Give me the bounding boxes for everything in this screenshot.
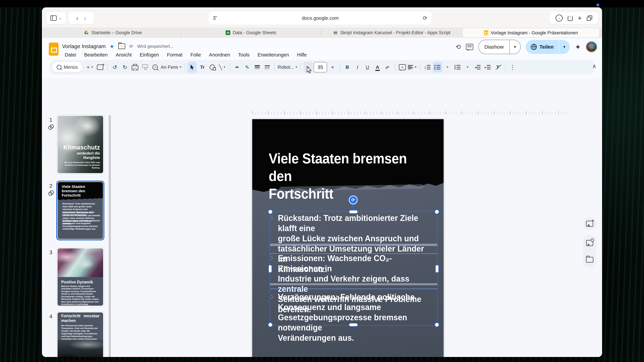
slideshow-button[interactable]: Diashow ▼ (478, 40, 521, 54)
increase-font-size-button[interactable]: + (328, 62, 337, 72)
tab-overview-icon[interactable] (587, 15, 592, 21)
menu-tools[interactable]: Tools (235, 51, 253, 58)
gemini-sparkle-icon[interactable]: ✦ (575, 43, 581, 51)
bulleted-list-button[interactable] (433, 62, 442, 72)
resize-handle-s[interactable] (349, 323, 358, 327)
font-family-select[interactable]: Robot...▼ (278, 62, 298, 72)
clear-formatting-button[interactable]: T (493, 62, 502, 72)
increase-indent-button[interactable]: ▸ (483, 62, 492, 72)
tab-label[interactable]: Startseite – Google Drive (91, 30, 142, 35)
zoom-button[interactable]: + (150, 62, 160, 72)
textbox-border-line[interactable] (270, 289, 437, 289)
new-slide-layout-button[interactable] (96, 62, 105, 72)
slide-thumbnail-4[interactable]: Fortschritt messbar machen Der Klimaschu… (56, 311, 104, 357)
menu-erweiterungen[interactable]: Erweiterungen (254, 51, 292, 58)
print-button[interactable] (130, 62, 140, 72)
menu-datei[interactable]: Datei (62, 51, 80, 58)
shape-button[interactable] (208, 62, 217, 72)
new-slide-button[interactable]: +▼ (86, 62, 94, 72)
comments-icon[interactable] (466, 44, 473, 50)
font-family-label[interactable]: Robot... (278, 64, 294, 70)
resize-handle-w[interactable] (268, 265, 272, 273)
sidebar-toggle-button[interactable]: ⌄ (46, 12, 66, 24)
italic-button[interactable]: I (353, 62, 362, 72)
line-button[interactable]: ╲▼ (218, 62, 227, 72)
share-icon[interactable] (568, 15, 573, 21)
move-to-folder-icon[interactable] (118, 43, 125, 49)
slide-canvas[interactable]: Viele Staaten bremsen den Fortschritt ⁚·… (252, 119, 444, 357)
paint-format-button[interactable] (140, 62, 150, 72)
search-menus-button[interactable]: Menüs (52, 62, 82, 72)
border-color-button[interactable]: ✎ (243, 62, 252, 72)
resize-handle-e[interactable] (435, 265, 439, 273)
reader-mode-icon[interactable] (213, 16, 218, 20)
numbered-list-button[interactable]: 1 2 3 (453, 62, 462, 72)
align-button[interactable]: ▼ (408, 62, 417, 72)
tab-apps-script[interactable]: Skript Instagram Karussel - Projekt-Edit… (321, 27, 462, 38)
resize-handle-se[interactable] (434, 323, 439, 327)
bold-button[interactable]: B (343, 62, 352, 72)
menu-format[interactable]: Format (164, 51, 186, 58)
fill-color-button[interactable]: ✒ (232, 62, 242, 72)
zoom-fit-select[interactable]: An Fens▼ (161, 62, 182, 72)
select-tool-button[interactable] (188, 62, 197, 72)
bulleted-list-options[interactable]: ▼ (443, 62, 452, 72)
numbered-list-options[interactable]: ▼ (463, 62, 472, 72)
menu-anordnen[interactable]: Anordnen (206, 51, 234, 58)
decrease-font-size-button[interactable]: − (304, 62, 312, 72)
new-tab-icon[interactable]: + (578, 14, 582, 22)
downloads-icon[interactable]: ↓ (556, 14, 563, 22)
undo-button[interactable]: ↺ (110, 62, 120, 72)
resize-handle-n[interactable] (349, 210, 358, 214)
search-menus-label[interactable]: Menüs (64, 64, 78, 70)
menu-einfuegen[interactable]: Einfügen (136, 51, 162, 58)
textbox-selection-outline[interactable] (270, 211, 438, 326)
line-spacing-button[interactable]: ↕ (423, 62, 432, 72)
more-options-button[interactable]: ⋮ (508, 62, 517, 72)
address-bar[interactable]: docs.google.com ⟳ (209, 11, 432, 25)
text-color-button[interactable]: A (373, 62, 382, 72)
menu-ansicht[interactable]: Ansicht (112, 51, 135, 58)
slide-thumbnail-3[interactable]: Positive Dynamik Mehrere Staaten steiger… (56, 247, 104, 307)
refresh-icon[interactable]: ⟳ (423, 15, 427, 21)
redo-button[interactable]: ↻ (120, 62, 130, 72)
save-status-text[interactable]: Wird gespeichert... (137, 44, 174, 49)
menu-bearbeiten[interactable]: Bearbeiten (81, 51, 111, 58)
share-label[interactable]: Teilen (540, 44, 554, 50)
share-button[interactable]: Teilen ▼ (526, 40, 570, 54)
generate-image-icon[interactable] (586, 221, 593, 227)
tab-google-slides-active[interactable]: Vorlage Instagram - Google Präsentatione… (462, 28, 600, 37)
tab-google-drive[interactable]: Startseite – Google Drive (44, 27, 181, 38)
search-images-icon[interactable] (586, 240, 593, 246)
menu-folie[interactable]: Folie (187, 51, 204, 58)
resize-handle-ne[interactable] (434, 210, 439, 214)
filmstrip-scrollbar[interactable] (109, 115, 111, 357)
tab-google-sheets[interactable]: Data - Google Sheets (182, 27, 320, 38)
tab-label[interactable]: Skript Instagram Karussel - Projekt-Edit… (340, 30, 450, 35)
slideshow-dropdown-arrow[interactable]: ▼ (510, 45, 520, 49)
folder-icon[interactable] (586, 257, 593, 263)
chevron-down-icon[interactable]: ⌄ (59, 16, 62, 20)
highlight-color-button[interactable]: ✏ (383, 62, 392, 72)
tab-label[interactable]: Data - Google Sheets (232, 30, 276, 35)
share-dropdown-arrow[interactable]: ▼ (559, 45, 570, 49)
document-title[interactable]: Vorlage Instagram (62, 43, 106, 49)
font-size-input[interactable]: 35 (314, 62, 327, 72)
text-box-button[interactable]: Tr (198, 62, 207, 72)
tab-label[interactable]: Vorlage Instagram - Google Präsentatione… (491, 30, 578, 35)
star-icon[interactable]: ★ (110, 43, 114, 49)
version-history-icon[interactable]: ⟲ (456, 43, 461, 51)
decrease-indent-button[interactable]: ◂ (473, 62, 482, 72)
border-weight-button[interactable] (253, 62, 262, 72)
slide-thumbnail-2-selected[interactable]: Viele Staaten bremsen den Fortschritt ⁚·… (56, 181, 104, 240)
collapse-toolbar-button[interactable]: ∧ (592, 63, 596, 69)
slideshow-label[interactable]: Diashow (479, 44, 509, 50)
border-dash-button[interactable] (263, 62, 272, 72)
resize-handle-sw[interactable] (268, 323, 273, 327)
slide-thumbnail-1[interactable]: Klimaschutz verändert die Rangliste Der … (56, 115, 104, 174)
zoom-fit-label[interactable]: An Fens (161, 64, 178, 70)
forward-button[interactable]: › (84, 15, 86, 21)
underline-button[interactable]: U (363, 62, 372, 72)
account-avatar[interactable] (586, 41, 597, 52)
url-text[interactable]: docs.google.com (218, 15, 423, 21)
